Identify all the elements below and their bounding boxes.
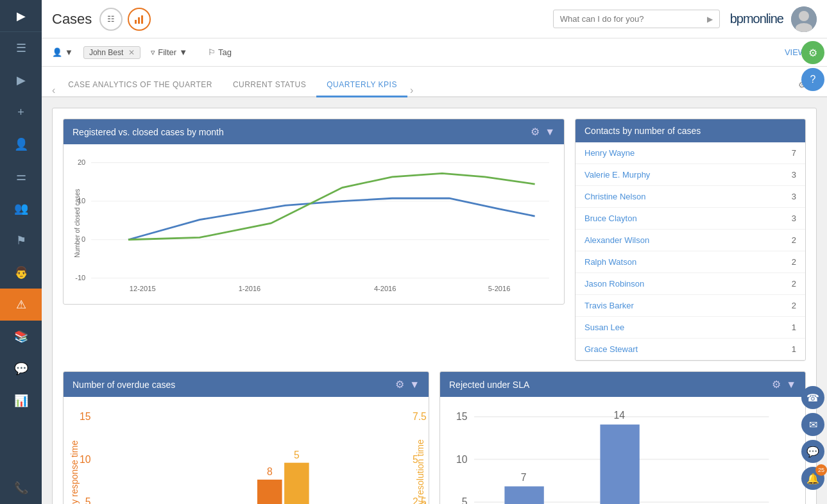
contact-count: 7 — [792, 148, 796, 158]
filter-button[interactable]: ▿ Filter ▼ — [151, 47, 187, 57]
rejected-chart-title: Rejected under SLA — [449, 380, 529, 390]
sidebar-phone-icon[interactable]: 📞 — [0, 472, 42, 504]
phone-call-button[interactable]: ☎ — [801, 386, 824, 409]
filter-label: Filter — [158, 47, 176, 57]
logo-text: bpmonline — [730, 12, 783, 26]
svg-rect-1 — [138, 17, 140, 24]
contact-row[interactable]: Valerie E. Murphy3 — [575, 164, 805, 186]
sidebar-menu-icon[interactable]: ☰ — [0, 32, 42, 64]
sidebar-alert-icon[interactable]: ⚠ — [0, 289, 42, 321]
tab-quarterly-kpis[interactable]: QUARTERLY KPIS — [316, 72, 407, 97]
svg-text:5-2016: 5-2016 — [488, 285, 511, 292]
contact-count: 2 — [792, 279, 796, 289]
contact-name: Alexander Wilson — [584, 235, 649, 245]
contact-row[interactable]: Ralph Watson2 — [575, 251, 805, 273]
notifications-button[interactable]: 🔔 25 — [801, 467, 824, 490]
svg-text:-10: -10 — [75, 274, 85, 281]
svg-text:7: 7 — [521, 472, 527, 483]
contact-row[interactable]: Susan Lee1 — [575, 317, 805, 339]
overdue-chart-dropdown-icon[interactable]: ▼ — [409, 379, 420, 391]
svg-text:0: 0 — [81, 235, 85, 243]
sidebar-play-icon[interactable]: ▶ — [0, 64, 42, 96]
tag-button[interactable]: ⚐ Tag — [208, 47, 232, 57]
overdue-chart-title: Number of overdue cases — [72, 380, 175, 390]
contacts-title: Contacts by number of cases — [584, 126, 701, 136]
user-chip-label: John Best — [89, 48, 123, 57]
overdue-chart-gear-icon[interactable]: ⚙ — [395, 378, 404, 391]
rejected-chart-gear-icon[interactable]: ⚙ — [772, 378, 781, 391]
help-icon-button[interactable]: ? — [801, 68, 824, 91]
chart-view-button[interactable] — [128, 8, 151, 31]
tab-current-status[interactable]: CURRENT STATUS — [223, 72, 316, 97]
dashboard-inner: Registered vs. closed cases by month ⚙ ▼… — [52, 108, 817, 504]
tab-prev-icon[interactable]: ‹ — [52, 85, 55, 96]
list-view-button[interactable]: ☷ — [99, 8, 123, 31]
user-chip-close[interactable]: ✕ — [128, 48, 135, 57]
svg-text:12-2015: 12-2015 — [130, 285, 156, 292]
sidebar-person-icon[interactable]: 👤 — [0, 128, 42, 160]
tab-next-icon[interactable]: › — [410, 85, 413, 96]
svg-text:5: 5 — [462, 496, 468, 504]
svg-text:5: 5 — [294, 449, 300, 460]
contact-row[interactable]: Alexander Wilson2 — [575, 230, 805, 251]
line-chart-dropdown-icon[interactable]: ▼ — [545, 126, 555, 138]
overdue-chart-body: 15 10 5 0 7.5 5 2.5 0 — [64, 397, 429, 504]
contact-count: 2 — [792, 301, 796, 310]
sidebar-toggle[interactable]: ▶ — [0, 0, 42, 32]
contact-row[interactable]: Henry Wayne7 — [575, 142, 805, 164]
search-bar: ▶ — [553, 10, 720, 28]
settings-icon-button[interactable]: ⚙ — [801, 41, 824, 64]
chat-button[interactable]: 💬 — [801, 440, 824, 463]
contact-row[interactable]: Travis Barker2 — [575, 295, 805, 317]
contact-name: Jason Robinson — [584, 279, 644, 289]
sidebar-chart-icon[interactable]: 📊 — [0, 385, 42, 417]
line-chart-header: Registered vs. closed cases by month ⚙ ▼ — [64, 119, 564, 144]
overdue-chart-container: Number of overdue cases ⚙ ▼ 15 — [63, 371, 429, 504]
svg-text:15: 15 — [80, 411, 91, 422]
user-chip[interactable]: John Best ✕ — [83, 46, 141, 59]
contacts-panel: Contacts by number of cases Henry Wayne7… — [575, 119, 806, 361]
contact-name: Susan Lee — [584, 323, 624, 332]
contact-name: Christine Nelson — [584, 192, 645, 201]
filter-arrow[interactable]: ▼ — [179, 47, 187, 57]
svg-rect-2 — [141, 15, 143, 24]
svg-text:Number of closed cases: Number of closed cases — [74, 189, 81, 258]
tag-label: Tag — [218, 47, 232, 57]
tag-icon: ⚐ — [208, 47, 216, 57]
rejected-chart-body: 15 10 5 0 — [440, 397, 805, 504]
sidebar-book-icon[interactable]: 📚 — [0, 321, 42, 353]
svg-text:By response time: By response time — [69, 441, 80, 504]
sidebar-group-icon[interactable]: 👥 — [0, 192, 42, 224]
line-chart-body: 20 10 0 -10 Number of closed cases — [64, 144, 564, 304]
contact-row[interactable]: Jason Robinson2 — [575, 273, 805, 295]
line-chart-container: Registered vs. closed cases by month ⚙ ▼… — [63, 119, 565, 361]
email-button[interactable]: ✉ — [801, 413, 824, 436]
contact-name: Bruce Clayton — [584, 214, 637, 223]
rejected-chart-dropdown-icon[interactable]: ▼ — [786, 379, 796, 391]
sidebar-flag-icon[interactable]: ⚑ — [0, 224, 42, 256]
contact-row[interactable]: Bruce Clayton3 — [575, 208, 805, 230]
contact-row[interactable]: Grace Stewart1 — [575, 339, 805, 360]
svg-text:By resolution time: By resolution time — [415, 439, 425, 504]
svg-rect-0 — [135, 20, 137, 24]
filter-icon: ▿ — [151, 47, 155, 57]
contacts-header: Contacts by number of cases — [575, 119, 805, 142]
sidebar-add-icon[interactable]: + — [0, 96, 42, 128]
line-chart-gear-icon[interactable]: ⚙ — [531, 126, 540, 138]
search-input[interactable] — [560, 14, 707, 24]
tab-case-analytics[interactable]: CASE ANALYTICS OF THE QUARTER — [58, 72, 223, 97]
line-chart-card: Registered vs. closed cases by month ⚙ ▼… — [63, 119, 565, 305]
dashboard: Registered vs. closed cases by month ⚙ ▼… — [42, 97, 827, 504]
sidebar-person2-icon[interactable]: 👨 — [0, 256, 42, 289]
contact-name: Henry Wayne — [584, 148, 635, 158]
sidebar-chat-icon[interactable]: 💬 — [0, 353, 42, 385]
overdue-chart-header: Number of overdue cases ⚙ ▼ — [64, 372, 429, 397]
sidebar-table-icon[interactable]: ⚌ — [0, 160, 42, 192]
svg-rect-48 — [504, 486, 543, 504]
user-filter[interactable]: 👤 ▼ — [52, 47, 73, 57]
rejected-chart-header: Rejected under SLA ⚙ ▼ — [440, 372, 805, 397]
svg-rect-34 — [284, 463, 309, 504]
search-arrow-icon[interactable]: ▶ — [707, 15, 713, 24]
contact-row[interactable]: Christine Nelson3 — [575, 186, 805, 208]
user-dropdown-arrow[interactable]: ▼ — [65, 47, 73, 57]
